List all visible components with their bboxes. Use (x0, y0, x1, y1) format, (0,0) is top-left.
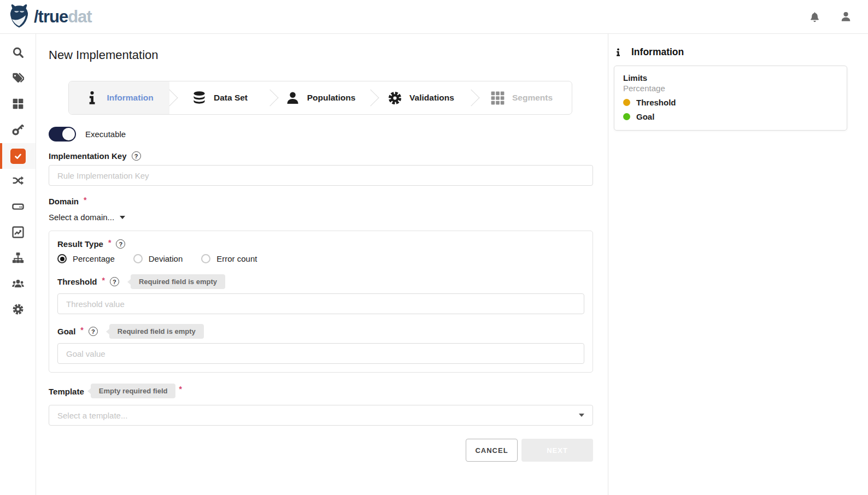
tags-icon (12, 72, 24, 86)
executable-toggle[interactable] (49, 127, 76, 142)
toggle-knob (62, 128, 75, 140)
template-label: Template (49, 384, 84, 399)
gear-icon (388, 91, 402, 105)
cancel-button[interactable]: CANCEL (466, 439, 518, 462)
brand-name: /truedat (34, 8, 92, 25)
check-square-icon (10, 149, 26, 164)
help-icon[interactable] (110, 277, 119, 286)
goal-input[interactable] (57, 343, 584, 364)
step-populations[interactable]: Populations (270, 81, 371, 114)
limits-card: Limits Percentage Threshold Goal (614, 66, 847, 131)
info-icon (85, 91, 99, 105)
step-validations[interactable]: Validations (371, 81, 471, 114)
threshold-dot-icon (623, 99, 630, 106)
threshold-label: Threshold (57, 277, 97, 286)
grid-icon (12, 98, 24, 112)
sidebar-item-sources[interactable] (0, 195, 36, 220)
chevron-down-icon (120, 216, 125, 219)
domain-label: Domain (49, 197, 79, 206)
grid9-icon (490, 91, 505, 105)
sidebar-item-users[interactable] (0, 272, 36, 297)
sidebar-item-dashboards[interactable] (0, 220, 36, 246)
implementation-key-input[interactable] (49, 165, 593, 186)
bell-icon[interactable] (809, 11, 820, 22)
step-information[interactable]: Information (69, 81, 169, 114)
help-icon[interactable] (89, 327, 98, 336)
radio-error-count[interactable]: Error count (201, 254, 257, 263)
result-type-label: Result Type (57, 239, 103, 249)
limit-row-goal: Goal (623, 112, 838, 121)
hard-drive-icon (12, 201, 24, 215)
sidebar-item-settings[interactable] (0, 297, 36, 323)
threshold-input[interactable] (57, 293, 584, 314)
info-icon (614, 48, 623, 57)
limit-row-threshold: Threshold (623, 98, 838, 107)
users-icon (12, 278, 24, 292)
sidebar-item-search[interactable] (0, 40, 36, 66)
help-icon[interactable] (116, 239, 125, 249)
implementation-key-label: Implementation Key (49, 151, 127, 161)
executable-label: Executable (85, 129, 126, 139)
template-warning-badge: Empty required field (91, 384, 176, 398)
shuffle-icon (12, 175, 24, 189)
goal-label: Goal (57, 327, 75, 336)
goal-warning-badge: Required field is empty (109, 324, 204, 339)
chart-line-icon (12, 226, 24, 240)
help-icon[interactable] (132, 151, 141, 161)
template-select[interactable]: Select a template... (49, 405, 593, 426)
radio-icon (201, 254, 210, 263)
domain-select[interactable]: Select a domain... (49, 213, 125, 222)
limits-title: Limits (623, 73, 838, 82)
result-type-options: Percentage Deviation Error count (57, 254, 584, 263)
owl-logo-icon (7, 3, 32, 31)
chevron-down-icon (579, 414, 584, 417)
gear-icon (12, 303, 24, 317)
sidebar-item-tags[interactable] (0, 66, 36, 92)
sidebar-item-structures[interactable] (0, 246, 36, 272)
goal-dot-icon (623, 113, 630, 120)
search-icon (12, 46, 24, 61)
top-bar: /truedat (0, 0, 868, 34)
limits-subtitle: Percentage (623, 84, 838, 93)
main-content: New Implementation Information Data Set … (36, 34, 608, 495)
wizard-steps: Information Data Set Populations Validat… (68, 81, 572, 115)
sitemap-icon (12, 252, 24, 266)
truedat-logo[interactable]: /truedat (7, 3, 92, 31)
page-title: New Implementation (49, 47, 608, 63)
left-nav (0, 34, 36, 495)
user-icon (285, 91, 300, 105)
radio-deviation[interactable]: Deviation (133, 254, 183, 263)
database-icon (192, 91, 207, 105)
next-button[interactable]: NEXT (521, 439, 593, 462)
step-segments: Segments (471, 81, 572, 114)
required-asterisk: * (84, 196, 86, 204)
radio-percentage[interactable]: Percentage (57, 254, 115, 263)
sidebar-item-connections[interactable] (0, 169, 36, 195)
sidebar-item-implementations[interactable] (0, 143, 36, 169)
result-type-card: Result Type* Percentage Deviation Error … (49, 231, 593, 373)
info-panel-title: Information (631, 46, 684, 58)
sidebar-item-permissions[interactable] (0, 117, 36, 143)
threshold-warning-badge: Required field is empty (131, 274, 225, 289)
radio-icon (57, 254, 67, 263)
radio-icon (133, 254, 143, 263)
info-panel: Information Limits Percentage Threshold … (609, 34, 868, 495)
sidebar-item-modules[interactable] (0, 92, 36, 117)
step-data-set[interactable]: Data Set (169, 81, 270, 114)
user-icon[interactable] (840, 11, 852, 22)
key-icon (12, 123, 24, 138)
